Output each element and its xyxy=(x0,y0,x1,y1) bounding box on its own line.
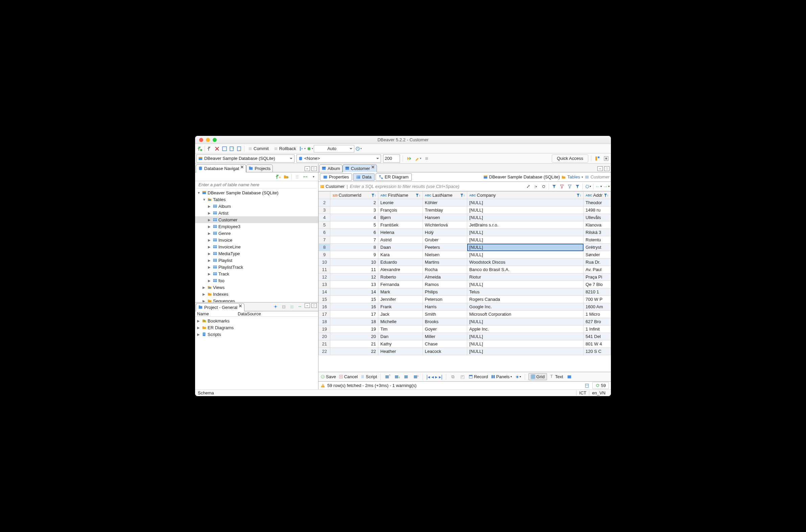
tree-node[interactable]: ▶InvoiceLine xyxy=(195,243,318,250)
table-cell[interactable]: 17 xyxy=(330,310,378,318)
table-cell[interactable]: Köhler xyxy=(423,199,467,207)
row-count[interactable]: 59 xyxy=(592,382,609,389)
fetch-size-input[interactable] xyxy=(383,154,400,163)
table-cell[interactable]: Rilská 3 xyxy=(583,229,611,236)
debug-icon[interactable]: ▾ xyxy=(306,145,313,152)
table-cell[interactable]: Mark xyxy=(378,288,423,296)
tree-node[interactable]: ▶Artist xyxy=(195,210,318,216)
table-cell[interactable]: Helena xyxy=(378,229,423,236)
table-cell[interactable]: 5 xyxy=(330,222,378,229)
table-cell[interactable]: Qe 7 Blo xyxy=(583,281,611,288)
table-cell[interactable]: 8 xyxy=(330,244,378,251)
filter3-icon[interactable] xyxy=(566,183,573,190)
panels-button[interactable]: Panels ▾ xyxy=(491,374,512,379)
table-cell[interactable]: Rocha xyxy=(423,266,467,273)
table-cell[interactable]: Brooks xyxy=(423,318,467,325)
table-cell[interactable]: Gruber xyxy=(423,236,467,244)
table-row[interactable]: 55FrantišekWichterlováJetBrains s.r.o.Kl… xyxy=(319,222,611,229)
table-row[interactable]: 1010EduardoMartinsWoodstock DiscosRua Dr… xyxy=(319,259,611,266)
table-cell[interactable]: 120 S C xyxy=(583,348,611,355)
close-icon[interactable] xyxy=(371,167,375,170)
text-mode-button[interactable]: TText xyxy=(550,374,563,379)
table-row[interactable]: 2020DanMiller[NULL]541 Del xyxy=(319,333,611,340)
table-cell[interactable]: Ullevåls xyxy=(583,214,611,222)
table-cell[interactable]: Harris xyxy=(423,303,467,310)
rollback-button[interactable]: Rollback xyxy=(271,145,298,152)
table-cell[interactable]: Alexandre xyxy=(378,266,423,273)
table-cell[interactable]: JetBrains s.r.o. xyxy=(467,222,583,229)
table-row[interactable]: 22LeonieKöhler[NULL]Theodor xyxy=(319,199,611,207)
close-icon[interactable] xyxy=(240,167,244,170)
schema-combo[interactable]: <None> xyxy=(297,154,381,163)
colors-icon[interactable]: ▾ xyxy=(584,183,591,190)
disconnect-icon[interactable] xyxy=(214,145,221,152)
table-cell[interactable]: Rua Dr. xyxy=(583,259,611,266)
table-cell[interactable]: Roberto xyxy=(378,273,423,281)
table-cell[interactable]: Leacock xyxy=(423,348,467,355)
tree-node[interactable]: ▶PlaylistTrack xyxy=(195,264,318,270)
minimize-editor-icon[interactable]: ‒ xyxy=(597,166,603,171)
table-cell[interactable]: Theodor xyxy=(583,199,611,207)
table-cell[interactable]: Kara xyxy=(378,251,423,259)
table-row[interactable]: 66HelenaHolý[NULL]Rilská 3 xyxy=(319,229,611,236)
table-row[interactable]: 1919TimGoyerApple Inc.1 Infinit xyxy=(319,325,611,333)
sql-editor-icon[interactable] xyxy=(221,145,228,152)
table-cell[interactable]: Kathy xyxy=(378,340,423,348)
tree-node[interactable]: ▶Bookmarks xyxy=(195,317,318,324)
add-proj-icon[interactable]: ⊞ xyxy=(288,303,295,310)
script-button[interactable]: Script xyxy=(360,374,377,379)
table-cell[interactable]: Banco do Brasil S.A. xyxy=(467,266,583,273)
back-icon[interactable]: ←▾ xyxy=(595,183,602,190)
duplicate-row-icon[interactable] xyxy=(403,374,410,380)
table-cell[interactable]: Astrid xyxy=(378,236,423,244)
table-cell[interactable]: Rogers Canada xyxy=(467,296,583,303)
table-row[interactable]: 77AstridGruber[NULL]Rotentu xyxy=(319,236,611,244)
export-icon[interactable] xyxy=(566,374,573,380)
table-cell[interactable]: Peterson xyxy=(423,296,467,303)
nav-filter-input[interactable] xyxy=(196,181,317,189)
table-cell[interactable]: 541 Del xyxy=(583,333,611,340)
table-row[interactable]: 2121KathyChase[NULL]801 W 4 xyxy=(319,340,611,348)
grid-mode-button[interactable]: Grid xyxy=(528,373,547,380)
table-cell[interactable]: Nielsen xyxy=(423,251,467,259)
table-row[interactable]: 2222HeatherLeacock[NULL]120 S C xyxy=(319,348,611,355)
table-cell[interactable]: 3 xyxy=(330,207,378,214)
commit-button[interactable]: Commit xyxy=(246,145,271,152)
tx-dropdown-icon[interactable]: ▾ xyxy=(299,145,306,152)
new-conn-nav-icon[interactable]: + xyxy=(275,173,281,180)
table-cell[interactable]: [NULL] xyxy=(467,207,583,214)
table-cell[interactable]: 1600 Am xyxy=(583,303,611,310)
maximize-proj-icon[interactable]: □ xyxy=(312,303,317,308)
table-cell[interactable]: Google Inc. xyxy=(467,303,583,310)
table-cell[interactable]: Daan xyxy=(378,244,423,251)
table-cell[interactable]: 13 xyxy=(330,281,378,288)
filter2-icon[interactable] xyxy=(559,183,565,190)
add-row-below-icon[interactable]: + xyxy=(394,374,400,380)
stop-icon[interactable] xyxy=(423,155,430,162)
tree-node[interactable]: ▶Views xyxy=(195,284,318,291)
table-cell[interactable]: Philips xyxy=(423,288,467,296)
breadcrumb-datasource[interactable]: DBeaver Sample Database (SQLite) xyxy=(489,174,560,179)
new-sql-icon[interactable] xyxy=(228,145,235,152)
table-cell[interactable]: 1 Micro xyxy=(583,310,611,318)
first-page-icon[interactable]: |◂ xyxy=(426,374,430,380)
table-cell[interactable]: František xyxy=(378,222,423,229)
table-cell[interactable]: 22 xyxy=(330,348,378,355)
table-cell[interactable]: Fernanda xyxy=(378,281,423,288)
subtab-properties[interactable]: Properties xyxy=(320,173,352,181)
table-cell[interactable]: Wichterlová xyxy=(423,222,467,229)
tree-node[interactable]: ▶foo xyxy=(195,277,318,284)
table-row[interactable]: 1616FrankHarrisGoogle Inc.1600 Am xyxy=(319,303,611,310)
table-cell[interactable]: 4 xyxy=(330,214,378,222)
maximize-view-icon[interactable]: □ xyxy=(312,166,317,171)
describe-icon[interactable] xyxy=(583,382,590,389)
delete-row-icon[interactable]: − xyxy=(412,374,419,380)
filter-table-label[interactable]: Customer xyxy=(320,184,344,189)
table-cell[interactable]: Ramos xyxy=(423,281,467,288)
table-row[interactable]: 88DaanPeeters[NULL]Grétryst xyxy=(319,244,611,251)
table-cell[interactable]: 11 xyxy=(330,266,378,273)
execute-icon[interactable] xyxy=(406,155,412,162)
table-cell[interactable]: 8210 1 xyxy=(583,288,611,296)
table-cell[interactable]: Chase xyxy=(423,340,467,348)
table-cell[interactable]: Goyer xyxy=(423,325,467,333)
